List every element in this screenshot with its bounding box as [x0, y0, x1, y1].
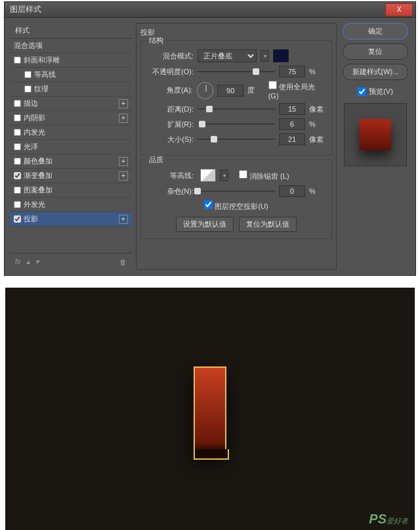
titlebar: 图层样式 X — [5, 2, 415, 18]
noise-input[interactable] — [279, 185, 305, 197]
canvas-shape — [194, 366, 226, 452]
plus-icon[interactable]: + — [119, 99, 128, 108]
preview-box — [344, 103, 407, 166]
blend-options-row[interactable]: 混合选项 — [10, 39, 132, 53]
dialog-body: 样式 混合选项 斜面和浮雕等高线纹理描边+内阴影+内发光光泽颜色叠加+渐变叠加+… — [5, 18, 415, 275]
shadow-color-swatch[interactable] — [273, 49, 289, 62]
settings-panel: 投影 结构 混合模式: 正片叠底 ▾ 不透明度(O): % 角度(A): — [136, 23, 337, 270]
plus-icon[interactable]: + — [119, 171, 128, 181]
style-row-9[interactable]: 图案叠加 — [10, 183, 132, 198]
style-row-6[interactable]: 光泽 — [10, 140, 132, 154]
style-row-8[interactable]: 渐变叠加+ — [10, 169, 132, 183]
opacity-slider[interactable] — [198, 71, 275, 72]
chevron-down-icon[interactable]: ▾ — [261, 50, 269, 62]
opacity-input[interactable] — [279, 66, 305, 77]
size-input[interactable] — [279, 133, 305, 145]
quality-fieldset: 品质 等高线: ▾ 消除锯齿 (L) 杂色(N): % 图层挖空投影(U) — [140, 160, 332, 239]
styles-header: 样式 — [10, 23, 132, 39]
trash-icon[interactable]: 🗑 — [119, 258, 127, 266]
make-default-button[interactable]: 设置为默认值 — [176, 217, 234, 232]
layer-style-dialog: 图层样式 X 样式 混合选项 斜面和浮雕等高线纹理描边+内阴影+内发光光泽颜色叠… — [4, 1, 416, 276]
fx-icon[interactable]: fx — [15, 257, 21, 266]
up-icon[interactable]: ▴ — [26, 257, 30, 266]
down-icon[interactable]: ▾ — [35, 257, 39, 266]
section-title: 投影 — [140, 28, 332, 37]
style-row-5[interactable]: 内发光 — [10, 125, 132, 140]
preview-swatch — [360, 119, 391, 150]
blend-mode-label: 混合模式: — [146, 51, 194, 61]
style-row-3[interactable]: 描边+ — [10, 97, 132, 111]
angle-input[interactable] — [217, 85, 243, 97]
chevron-down-icon[interactable]: ▾ — [220, 169, 228, 181]
dialog-title: 图层样式 — [10, 4, 41, 15]
style-row-11[interactable]: 投影+ — [10, 212, 132, 227]
canvas-preview: PS爱好者 — [5, 288, 415, 530]
action-panel: 确定 复位 新建样式(W)... 预览(V) — [341, 23, 410, 270]
spread-input[interactable] — [279, 118, 305, 130]
style-row-1[interactable]: 等高线 — [10, 68, 132, 82]
structure-fieldset: 结构 混合模式: 正片叠底 ▾ 不透明度(O): % 角度(A): — [140, 40, 332, 156]
ok-button[interactable]: 确定 — [343, 23, 408, 39]
antialias-checkbox[interactable]: 消除锯齿 (L) — [239, 170, 289, 181]
style-row-7[interactable]: 颜色叠加+ — [10, 154, 132, 169]
style-row-2[interactable]: 纹理 — [10, 82, 132, 97]
new-style-button[interactable]: 新建样式(W)... — [343, 64, 408, 80]
plus-icon[interactable]: + — [119, 157, 128, 166]
contour-picker[interactable] — [200, 169, 216, 182]
global-light-checkbox[interactable]: 使用全局光 (G) — [268, 81, 326, 100]
knockout-checkbox[interactable]: 图层挖空投影(U) — [204, 200, 268, 211]
reset-default-button[interactable]: 复位为默认值 — [239, 217, 297, 232]
styles-footer: fx ▴ ▾ 🗑 — [10, 253, 132, 270]
noise-slider[interactable] — [198, 190, 275, 192]
angle-dial[interactable] — [197, 82, 214, 99]
style-row-10[interactable]: 外发光 — [10, 198, 132, 212]
cancel-button[interactable]: 复位 — [343, 43, 408, 60]
plus-icon[interactable]: + — [119, 114, 128, 123]
style-row-0[interactable]: 斜面和浮雕 — [10, 53, 132, 68]
watermark: PS爱好者 — [369, 512, 408, 527]
style-row-4[interactable]: 内阴影+ — [10, 111, 132, 125]
close-button[interactable]: X — [385, 3, 413, 16]
distance-input[interactable] — [279, 103, 305, 115]
spread-slider[interactable] — [198, 123, 275, 125]
blend-mode-select[interactable]: 正片叠底 — [198, 49, 257, 62]
size-slider[interactable] — [198, 139, 275, 140]
distance-slider[interactable] — [198, 108, 275, 110]
preview-checkbox[interactable]: 预览(V) — [358, 87, 393, 97]
styles-list-panel: 样式 混合选项 斜面和浮雕等高线纹理描边+内阴影+内发光光泽颜色叠加+渐变叠加+… — [10, 23, 132, 270]
plus-icon[interactable]: + — [119, 215, 128, 224]
